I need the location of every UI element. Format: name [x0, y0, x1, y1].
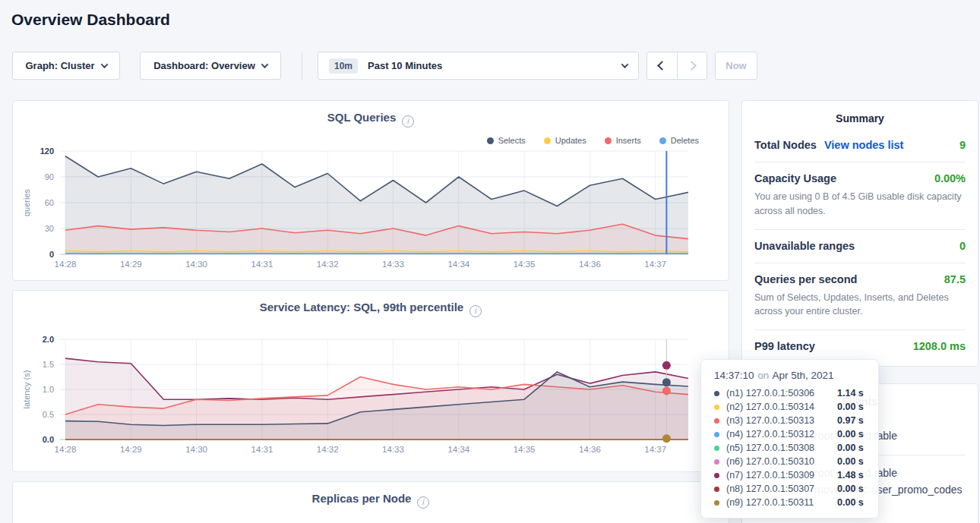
x-tick-label: 14:36: [579, 445, 601, 454]
tooltip-node: (n8) 127.0.0.1:50307: [726, 484, 837, 494]
qps-label: Queries per second: [754, 273, 857, 285]
time-range-label: Past 10 Minutes: [368, 60, 442, 71]
x-tick-label: 14:28: [55, 260, 77, 269]
tooltip-time: 14:37:10: [714, 370, 754, 381]
y-tick-label: 0.0: [43, 435, 54, 444]
total-nodes-value: 9: [959, 139, 966, 151]
x-tick-label: 14:37: [644, 260, 666, 269]
x-tick-label: 14:28: [55, 445, 77, 454]
sql-queries-card: SQL Queriesi Selects Updates Inserts Del…: [12, 100, 729, 281]
tooltip-node: (n4) 127.0.0.1:50312: [726, 429, 837, 440]
y-tick-label: 2.0: [43, 335, 54, 344]
chevron-down-icon: [261, 61, 268, 68]
x-tick-label: 14:29: [120, 445, 142, 454]
y-tick-label: 0: [49, 250, 54, 259]
time-range-dropdown[interactable]: 10m Past 10 Minutes: [318, 52, 639, 80]
x-tick-label: 14:31: [251, 445, 273, 454]
replicas-title-text: Replicas per Node: [312, 492, 412, 505]
node-dot-icon: [714, 487, 719, 492]
time-prev-button[interactable]: [647, 52, 678, 79]
x-tick-label: 14:35: [514, 445, 536, 454]
toolbar-divider: [302, 52, 302, 80]
chevron-down-icon: [100, 61, 108, 68]
node-dot-icon: [714, 405, 719, 410]
hover-point-dot: [662, 361, 671, 370]
x-tick-label: 14:36: [579, 260, 601, 269]
tooltip-row: (n6) 127.0.0.1:503100.00 s: [714, 455, 869, 468]
page-title: Overview Dashboard: [11, 11, 170, 29]
series-line: [65, 251, 688, 252]
node-dot-icon: [714, 459, 719, 465]
y-tick-label: 90: [45, 172, 54, 181]
time-next-button[interactable]: [678, 52, 707, 79]
tooltip-value: 1.48 s: [837, 470, 864, 480]
dashboard-dropdown-label: Dashboard: Overview: [153, 60, 255, 71]
summary-row-capacity: Capacity Usage 0.00% You are using 0 B o…: [754, 162, 966, 230]
tooltip-node: (n1) 127.0.0.1:50306: [726, 388, 837, 399]
dashboard-dropdown[interactable]: Dashboard: Overview: [140, 52, 281, 80]
capacity-label: Capacity Usage: [754, 172, 836, 184]
view-nodes-list-link[interactable]: View nodes list: [824, 139, 904, 151]
replicas-title: Replicas per Nodei: [13, 492, 729, 509]
tooltip-value: 0.97 s: [837, 415, 864, 426]
service-latency-chart[interactable]: 14:2814:2914:3014:3114:3214:3314:3414:35…: [13, 291, 730, 473]
summary-row-qps: Queries per second 87.5 Sum of Selects, …: [754, 263, 966, 331]
tooltip-connector: on: [757, 370, 769, 381]
chart-hover-tooltip: 14:37:10 on Apr 5th, 2021 (n1) 127.0.0.1…: [700, 359, 879, 518]
tooltip-row: (n7) 127.0.0.1:503091.48 s: [714, 468, 869, 482]
x-tick-label: 14:34: [447, 445, 469, 454]
x-tick-label: 14:32: [317, 260, 339, 269]
y-tick-label: 120: [40, 147, 54, 156]
tooltip-value: 0.00 s: [837, 497, 864, 508]
summary-panel: Summary Total Nodes View nodes list 9 Ca…: [741, 100, 978, 367]
x-tick-label: 14:30: [185, 445, 207, 454]
total-nodes-label: Total Nodes: [754, 139, 817, 151]
node-dot-icon: [714, 446, 719, 451]
replicas-per-node-card: Replicas per Nodei: [12, 481, 729, 523]
y-tick-label: 1.0: [43, 385, 54, 394]
y-tick-label: 60: [45, 198, 54, 207]
tooltip-node: (n3) 127.0.0.1:50313: [726, 415, 837, 426]
summary-title: Summary: [742, 101, 978, 124]
node-dot-icon: [714, 391, 719, 396]
capacity-value: 0.00%: [934, 172, 966, 184]
chevron-left-icon: [657, 61, 667, 71]
tooltip-row: (n8) 127.0.0.1:503070.00 s: [714, 482, 869, 496]
sql-queries-chart[interactable]: 14:2814:2914:3014:3114:3214:3314:3414:35…: [13, 101, 730, 282]
hover-point-dot: [662, 386, 671, 395]
tooltip-node: (n2) 127.0.0.1:50314: [726, 402, 837, 412]
y-axis-label: queries: [22, 188, 31, 216]
unavailable-ranges-value: 0: [959, 240, 966, 252]
tooltip-row: (n3) 127.0.0.1:503130.97 s: [714, 414, 869, 427]
p99-label: P99 latency: [754, 340, 815, 352]
x-tick-label: 14:35: [514, 260, 536, 269]
tooltip-value: 0.00 s: [837, 429, 864, 440]
summary-row-total-nodes: Total Nodes View nodes list 9: [754, 129, 966, 162]
service-latency-card: Service Latency: SQL, 99th percentilei 1…: [12, 290, 729, 472]
qps-description: Sum of Selects, Updates, Inserts, and De…: [754, 291, 966, 320]
time-range-badge: 10m: [329, 58, 358, 74]
now-button[interactable]: Now: [715, 52, 757, 80]
hover-point-dot: [662, 378, 671, 386]
chevron-right-icon: [687, 61, 697, 71]
node-dot-icon: [714, 418, 719, 424]
y-tick-label: 30: [45, 224, 54, 233]
node-dot-icon: [714, 473, 719, 478]
summary-row-unavailable-ranges: Unavailable ranges 0: [754, 230, 966, 263]
y-tick-label: 1.5: [43, 360, 54, 369]
info-icon[interactable]: i: [417, 496, 429, 509]
graph-dropdown[interactable]: Graph: Cluster: [12, 52, 120, 80]
x-tick-label: 14:34: [447, 260, 469, 269]
tooltip-row: (n2) 127.0.0.1:503140.00 s: [714, 400, 869, 414]
tooltip-row: (n9) 127.0.0.1:503110.00 s: [714, 496, 869, 509]
tooltip-date: Apr 5th, 2021: [772, 370, 833, 381]
x-tick-label: 14:31: [251, 260, 273, 269]
unavailable-ranges-label: Unavailable ranges: [754, 240, 855, 252]
x-tick-label: 14:29: [120, 260, 142, 269]
x-tick-label: 14:33: [382, 260, 404, 269]
tooltip-node: (n9) 127.0.0.1:50311: [726, 497, 837, 508]
capacity-description: You are using 0 B of 4.5 GiB usable disk…: [754, 190, 966, 219]
x-tick-label: 14:30: [185, 260, 207, 269]
tooltip-row: (n5) 127.0.0.1:503080.00 s: [714, 441, 869, 455]
tooltip-value: 1.14 s: [837, 388, 864, 399]
